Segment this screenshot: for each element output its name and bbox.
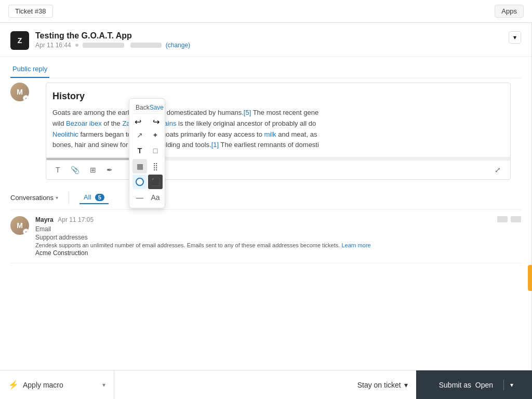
submit-button[interactable]: Submit as Open ▾ — [416, 370, 532, 399]
editor-toolbar: T 📎 ⊞ ✒ ⤢ — [46, 160, 510, 179]
ticket-title: Testing the G.O.A.T. App — [35, 31, 502, 41]
attachment-button[interactable]: 📎 — [68, 164, 83, 176]
save-button[interactable]: Save — [150, 104, 164, 111]
header-divider — [69, 192, 69, 204]
support-description: Zendesk supports an unlimited number of … — [35, 242, 340, 248]
main-content: Z Testing the G.O.A.T. App Apr 11 16:44 … — [0, 23, 532, 399]
editor-heading: History — [52, 89, 504, 103]
minus-format-icon[interactable]: — — [132, 190, 147, 205]
top-bar: Ticket #38 Apps — [0, 0, 532, 23]
company-name: Acme Construction — [35, 249, 491, 257]
meta-dot — [75, 44, 78, 47]
format-grid: ↗ ✦ T □ ▦ ⣿ ⬛ — Aa — [132, 128, 162, 205]
conversation-body: Mayra Apr 11 17:05 Email Support address… — [35, 216, 491, 257]
editor-scrollbar[interactable] — [46, 157, 510, 160]
submit-label: Submit as Open — [429, 381, 503, 389]
editor-section: M + Back Save ↩ ↪ ↗ ✦ — [0, 78, 531, 182]
lightning-icon: ⚡ — [8, 380, 19, 390]
learn-more-link[interactable]: Learn more — [341, 242, 370, 248]
editor-wrapper[interactable]: History Goats are among the earliest ani… — [46, 83, 511, 180]
avatar-badge: + — [23, 95, 29, 101]
reply-area: Public reply — [0, 57, 531, 78]
blurred-email-1 — [83, 43, 124, 48]
square-format-icon[interactable]: □ — [148, 143, 163, 158]
ticket-dropdown-button[interactable]: ▾ — [509, 31, 521, 44]
conversation-timestamp: Apr 11 17:05 — [58, 216, 94, 223]
table-button[interactable]: ⊞ — [87, 164, 99, 176]
star-format-icon[interactable]: ✦ — [148, 128, 163, 142]
public-reply-tab[interactable]: Public reply — [10, 61, 49, 78]
ticket-tab[interactable]: Ticket #38 — [8, 5, 53, 18]
editor-paragraph-4: bones, hair and sinew for clothing, buil… — [52, 140, 504, 151]
stay-on-ticket-label: Stay on ticket — [357, 381, 401, 389]
back-button[interactable]: Back — [136, 104, 150, 111]
editor-paragraph-1: Goats are among the earliest animals dom… — [52, 108, 504, 118]
para4-end: The earliest remnants of domesti — [219, 141, 319, 149]
text-format-icon[interactable]: T — [132, 143, 147, 158]
conv-icon-2[interactable] — [511, 216, 521, 222]
editor-paragraph-3: Neolithic farmers began to herd wild goa… — [52, 129, 504, 140]
undo-icon[interactable]: ↩ — [135, 117, 141, 127]
milk-link[interactable]: milk — [264, 130, 276, 138]
ticket-date: Apr 11 16:44 — [35, 42, 71, 49]
support-detail-text: Zendesk supports an unlimited number of … — [35, 242, 491, 248]
apply-macro-button[interactable]: ⚡ Apply macro ▾ — [0, 370, 114, 399]
blurred-email-2 — [130, 43, 162, 48]
stay-chevron-icon: ▾ — [404, 381, 408, 389]
submit-as-text: Submit as — [439, 381, 471, 389]
dots-format-icon[interactable]: ⣿ — [148, 159, 163, 174]
reply-avatar: M + — [10, 83, 29, 101]
reply-tabs: Public reply — [10, 57, 521, 78]
wild-text: wild — [52, 119, 66, 127]
sender-name: Mayra — [35, 216, 54, 223]
editor-paragraph-2: wild Bezoar ibex of the Zagros Mountains… — [52, 118, 504, 129]
mayra-avatar: M + — [10, 216, 29, 235]
text-format-button[interactable]: T — [52, 164, 63, 176]
format-popup-header: Back Save — [132, 102, 162, 114]
mayra-avatar-badge: + — [23, 229, 29, 235]
expand-button[interactable]: ⤢ — [491, 164, 504, 176]
left-panel: Z Testing the G.O.A.T. App Apr 11 16:44 … — [0, 23, 532, 399]
tab-all-label: All — [84, 193, 91, 201]
conversations-section: Conversations ▾ All 5 M + — [0, 186, 531, 263]
ticket-meta: Apr 11 16:44 (change) — [35, 42, 502, 49]
para3-end: and meat, as — [276, 130, 317, 138]
submit-chevron-icon: ▾ — [504, 381, 520, 389]
circle-format-icon[interactable] — [132, 175, 147, 189]
submit-open-text: Open — [475, 381, 493, 389]
neolithic-link[interactable]: Neolithic — [52, 130, 78, 138]
para1-mid: The most recent gene — [251, 109, 318, 116]
apps-button[interactable]: Apps — [495, 5, 524, 18]
editor-container: Back Save ↩ ↪ ↗ ✦ T □ ▦ ⣿ — [35, 83, 521, 180]
support-addresses-label: Support addresses — [35, 234, 491, 241]
bottom-bar: ⚡ Apply macro ▾ Stay on ticket ▾ Submit … — [0, 370, 532, 399]
email-type-label: Email — [35, 225, 491, 233]
conversation-meta: Mayra Apr 11 17:05 — [35, 216, 491, 223]
count-badge: 5 — [95, 194, 104, 201]
conversations-chevron-icon: ▾ — [56, 195, 58, 201]
logo-icon: Z — [10, 31, 29, 50]
aa-format-icon[interactable]: Aa — [148, 190, 163, 205]
signature-button[interactable]: ✒ — [103, 164, 116, 176]
conversations-dropdown[interactable]: Conversations ▾ — [10, 194, 58, 202]
stay-on-ticket-button[interactable]: Stay on ticket ▾ — [349, 370, 416, 399]
conversation-action-icons — [497, 216, 521, 257]
of-text: of the — [102, 119, 123, 127]
redo-icon[interactable]: ↪ — [153, 117, 159, 127]
right-accent-bar — [528, 265, 532, 291]
para3-mid: farmers began to herd wild goats primari… — [78, 130, 264, 138]
editor-content[interactable]: History Goats are among the earliest ani… — [46, 83, 510, 157]
block-format-icon[interactable]: ⬛ — [148, 175, 163, 189]
para2-end: is the likely original ancestor of proba… — [176, 119, 316, 127]
ticket-header: Z Testing the G.O.A.T. App Apr 11 16:44 … — [0, 23, 531, 57]
bezoar-link[interactable]: Bezoar ibex — [66, 119, 102, 127]
format-popup: Back Save ↩ ↪ ↗ ✦ T □ ▦ ⣿ — [129, 98, 165, 208]
para4-ref: [1] — [211, 141, 219, 149]
conversations-header: Conversations ▾ All 5 — [10, 186, 521, 210]
change-link[interactable]: (change) — [166, 42, 190, 49]
pattern-format-icon[interactable]: ▦ — [132, 159, 147, 174]
filter-tabs: All 5 — [79, 191, 109, 204]
conv-icon-1[interactable] — [497, 216, 508, 222]
filter-tab-all[interactable]: All 5 — [79, 191, 109, 204]
arrow-format-icon[interactable]: ↗ — [132, 128, 147, 142]
